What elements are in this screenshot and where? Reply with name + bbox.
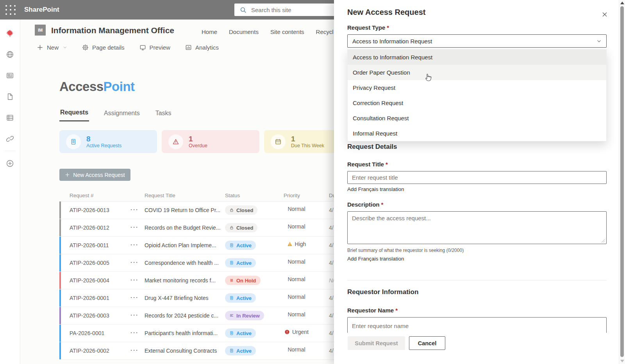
dropdown-option-order-paper-question[interactable]: Order Paper Question [348,65,606,80]
status-badge: In Review [225,311,264,320]
stat-value: 1 [189,135,207,143]
description-textarea[interactable] [347,211,607,244]
sidebar-item-add[interactable] [0,153,20,174]
column-header-request: Request # [70,193,94,198]
table-row[interactable]: ATIP-2026-0013 ··· COVID 19 Return to Of… [59,202,336,219]
request-title: COVID 19 Return to Office Pr... [145,207,220,213]
sidebar-item-maple-leaf[interactable] [0,23,20,44]
scrollbar-up-arrow[interactable] [620,2,624,4]
row-more-icon[interactable]: ··· [128,276,141,284]
status-badge: Active [225,346,256,355]
row-more-icon[interactable]: ··· [128,241,141,248]
row-more-icon[interactable]: ··· [128,294,141,301]
sidebar-divider [5,151,16,151]
site-nav-site-contents[interactable]: Site contents [270,29,304,35]
row-category-bar [59,219,61,236]
sidebar-item-link[interactable] [0,128,20,149]
row-more-icon[interactable]: ··· [128,223,141,231]
table-row[interactable]: ATIP-2026-0011 ··· Opioid Action Plan Im… [59,237,336,254]
dropdown-option-access-to-information-request[interactable]: Access to Information Request [348,50,606,65]
stat-value: 1 [291,135,324,143]
request-title-label: Request Title* [347,161,388,168]
request-type-label: Request Type* [347,24,389,31]
request-type-select[interactable]: Access to Information Request [347,34,607,48]
dropdown-option-correction-request[interactable]: Correction Request [348,95,606,111]
tab-tasks[interactable]: Tasks [155,109,172,121]
add-icon [6,159,14,168]
doc-icon [229,261,234,265]
sidebar-item-table[interactable] [0,107,20,128]
app-launcher-waffle-icon[interactable] [5,5,16,15]
plus-icon [37,44,43,51]
link-icon [6,135,14,143]
priority-cell: Normal [273,294,320,300]
status-badge: Active [225,241,256,250]
sidebar-item-globe[interactable] [0,44,20,65]
status-badge: Closed [225,205,257,215]
requestor-name-input[interactable] [347,317,607,334]
page-title-part-2: Point [104,79,135,94]
table-row[interactable]: ATIP-2026-0001 ··· Drug X-447 Briefing N… [59,289,336,307]
dropdown-option-consultation-request[interactable]: Consultation Request [348,111,606,126]
row-category-bar [59,289,61,307]
row-more-icon[interactable]: ··· [128,329,141,336]
doc-icon [70,138,77,145]
table-row[interactable]: ATIP-2026-0005 ··· Correspondence with h… [59,254,336,272]
priority-cell: Normal [273,276,320,282]
table-row[interactable]: ATIP-2026-0004 ··· Market monitoring rec… [59,272,336,289]
tab-assignments[interactable]: Assignments [103,109,141,121]
submit-request-button[interactable]: Submit Request [348,336,405,350]
due-date-cell: 4/ [329,295,334,301]
stat-label: Overdue [189,143,207,148]
toolbar-preview-button[interactable]: Preview [139,44,170,51]
urgent-icon [284,329,290,335]
due-date-cell: 4/ [329,225,334,231]
cancel-button[interactable]: Cancel [409,336,445,350]
dropdown-option-informal-request[interactable]: Informal Request [348,126,606,141]
request-title-input[interactable] [347,171,607,184]
request-title: Records for 2024 pesticide c... [145,312,218,319]
status-badge: Active [225,293,256,303]
request-title: External Consulting Contracts [145,348,217,354]
request-title: Market monitoring records f... [145,277,216,284]
scrollbar-down-arrow[interactable] [620,360,624,362]
sidebar-item-page[interactable] [0,86,20,107]
scrollbar-thumb[interactable] [620,6,624,357]
request-id: ATIP-2026-0002 [70,348,109,354]
row-category-bar [59,325,61,342]
request-id: ATIP-2026-0003 [70,312,109,319]
due-date-cell: 4/ [329,330,334,336]
request-title-translation-link[interactable]: Add Français translation [347,186,404,192]
priority-cell: Normal [273,223,320,230]
tab-requests[interactable]: Requests [59,109,89,121]
table-row[interactable]: ATIP-2026-0012 ··· Records on the Budget… [59,219,336,237]
row-more-icon[interactable]: ··· [128,259,141,266]
request-id: ATIP-2026-0001 [70,295,109,301]
panel-footer: Submit Request Cancel [334,333,619,364]
toolbar-analytics-button[interactable]: Analytics [185,44,219,51]
dropdown-option-privacy-request[interactable]: Privacy Request [348,80,606,95]
plus-icon [65,172,70,177]
table-row[interactable]: ATIP-2026-0002 ··· External Consulting C… [59,342,336,360]
toolbar-new-button[interactable]: New [37,44,67,51]
column-header-request-title: Request Title [145,193,175,198]
row-more-icon[interactable]: ··· [128,206,141,213]
sidebar-item-news[interactable] [0,65,20,86]
site-nav-recycl[interactable]: Recycl [316,29,334,35]
priority-cell: High [273,241,320,247]
row-more-icon[interactable]: ··· [128,311,141,319]
due-date-cell: 4/ [329,242,334,248]
tab-bar: RequestsAssignmentsTasks [59,109,172,121]
new-access-request-button[interactable]: New Access Request [59,169,130,181]
warning-icon [287,241,293,247]
table-row[interactable]: PA-2026-0001 ··· Participant's health in… [59,325,336,342]
column-header-status: Status [225,193,240,198]
toolbar-page-details-button[interactable]: Page details [82,44,125,51]
site-title: Information Management Office [51,26,174,35]
row-more-icon[interactable]: ··· [128,346,141,354]
site-nav-documents[interactable]: Documents [229,29,259,35]
close-icon[interactable] [600,9,610,20]
description-translation-link[interactable]: Add Français translation [347,256,404,262]
table-row[interactable]: ATIP-2026-0003 ··· Records for 2024 pest… [59,307,336,325]
site-nav-home[interactable]: Home [202,29,217,35]
